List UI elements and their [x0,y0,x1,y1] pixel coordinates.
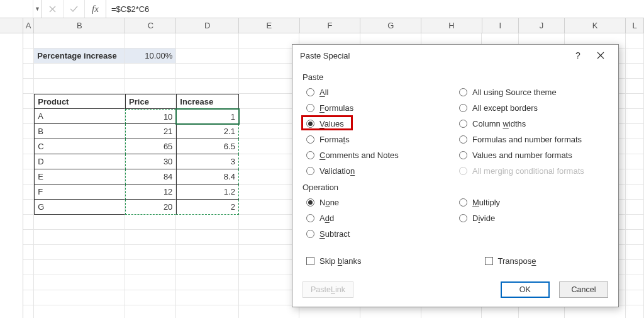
table-row[interactable]: 1.2 [176,185,239,200]
dialog-titlebar[interactable]: Paste Special ? [292,45,618,66]
radio-source-theme[interactable]: All using Source theme [455,84,608,100]
col-header[interactable]: F [300,18,361,33]
radio-label: Multiply [472,198,500,207]
radio-label: All merging conditional formats [472,166,584,176]
cell-percent-value[interactable]: 10.00% [125,48,176,64]
table-row[interactable]: 20 [125,200,176,215]
radio-col-widths[interactable]: Column widths [455,116,608,132]
table-row[interactable]: G [34,200,125,215]
table-row[interactable]: 84 [125,169,176,185]
table-row[interactable]: C [34,139,125,154]
table-row[interactable]: 8.4 [176,169,239,185]
col-header[interactable]: C [125,18,176,33]
table-row[interactable]: 2 [176,200,239,215]
radio-comments[interactable]: Comments and Notes [303,147,455,163]
radio-except-borders[interactable]: All except borders [455,100,608,116]
close-icon[interactable] [589,47,612,64]
table-row[interactable]: 2.1 [176,124,239,139]
col-header[interactable]: G [360,18,421,33]
radio-icon [306,151,314,159]
table-row[interactable]: A [34,109,125,124]
col-header[interactable]: H [421,18,482,33]
insert-function-icon[interactable]: fx [85,0,106,18]
cancel-entry-icon[interactable] [42,0,64,18]
radio-merge-cond: All merging conditional formats [455,163,608,179]
col-header[interactable]: B [34,18,125,33]
ok-button[interactable]: OK [501,281,550,298]
formula-input[interactable]: =$C$2*C6 [106,0,644,18]
radio-label: Validation [319,166,355,176]
radio-num-values[interactable]: Values and number formats [455,147,608,163]
radio-op-add[interactable]: Add [303,210,455,226]
radio-all[interactable]: All [303,84,455,100]
cell-percent-label[interactable]: Percentage increase [34,48,125,64]
col-header[interactable]: K [565,18,626,33]
radio-op-none[interactable]: None [303,195,455,210]
select-all-corner[interactable] [0,18,23,33]
col-header[interactable]: L [626,18,644,33]
radio-icon [306,104,314,112]
table-header-product[interactable]: Product [34,94,125,109]
dialog-title: Paste Special [300,51,567,60]
radio-icon [459,151,467,159]
radio-icon [459,120,467,128]
col-header[interactable]: D [176,18,239,33]
radio-label: Formats [319,135,350,144]
table-header-price[interactable]: Price [125,94,176,109]
col-header[interactable]: A [23,18,34,33]
paste-special-dialog: Paste Special ? Paste All Formulas Value… [292,44,619,307]
accept-entry-icon[interactable] [64,0,85,18]
radio-values[interactable]: Values [303,116,455,132]
cancel-button[interactable]: Cancel [559,281,608,298]
radio-label: Values [319,119,344,128]
checkbox-skip-blanks[interactable]: Skip blanks [306,253,362,269]
radio-label: Comments and Notes [319,150,399,160]
radio-icon [306,230,314,238]
table-row[interactable]: F [34,185,125,200]
col-header[interactable]: E [239,18,300,33]
table-row[interactable]: 65 [125,139,176,154]
radio-formulas[interactable]: Formulas [303,100,455,116]
col-header[interactable]: J [519,18,565,33]
formula-bar: ▼ fx =$C$2*C6 [0,0,644,18]
radio-icon [306,120,314,128]
radio-label: Formulas [319,103,353,113]
table-row[interactable]: E [34,169,125,185]
table-row[interactable]: 30 [125,154,176,169]
radio-op-multiply[interactable]: Multiply [455,195,608,210]
col-header[interactable]: I [482,18,519,33]
checkbox-icon [485,257,493,265]
selected-cell[interactable]: 1 [176,109,239,124]
radio-icon [459,214,467,222]
radio-icon [306,135,314,144]
table-row[interactable]: D [34,154,125,169]
radio-num-formulas[interactable]: Formulas and number formats [455,132,608,147]
table-row[interactable]: 6.5 [176,139,239,154]
table-row[interactable]: 12 [125,185,176,200]
help-icon[interactable]: ? [567,47,589,64]
radio-label: Add [319,213,334,223]
radio-label: Values and number formats [472,150,572,160]
paste-section-label: Paste [303,72,608,82]
radio-label: None [319,198,339,207]
checkbox-transpose[interactable]: Transpose [485,253,536,269]
table-row[interactable]: 10 [125,109,176,124]
table-row[interactable]: B [34,124,125,139]
radio-op-subtract[interactable]: Subtract [303,226,455,242]
radio-op-divide[interactable]: Divide [455,210,608,226]
checkbox-label: Skip blanks [319,256,362,266]
radio-icon [459,198,467,207]
radio-icon [306,198,314,207]
radio-icon [459,88,467,96]
radio-icon [459,104,467,112]
name-box-dropdown[interactable]: ▼ [33,0,42,18]
radio-icon [459,167,467,175]
table-row[interactable]: 3 [176,154,239,169]
radio-label: All except borders [472,103,538,113]
radio-validation[interactable]: Validation [303,163,455,179]
paste-link-button: Paste Link [303,281,353,298]
table-header-increase[interactable]: Increase [176,94,239,109]
radio-formats[interactable]: Formats [303,132,455,147]
table-row[interactable]: 21 [125,124,176,139]
radio-label: All using Source theme [472,88,557,97]
